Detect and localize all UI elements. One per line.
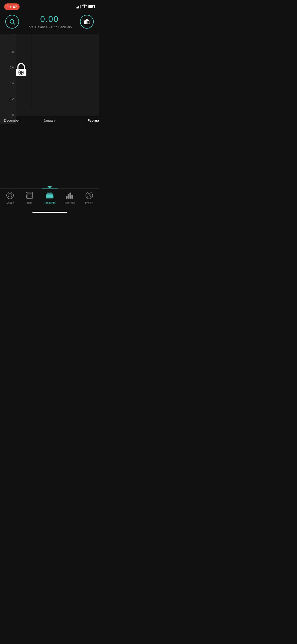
lock-icon-container <box>13 61 29 77</box>
y-label-1: 1 <box>2 34 14 38</box>
nav-item-profile-label: Profile <box>85 201 93 204</box>
chart-left-divider <box>32 34 32 108</box>
battery-icon <box>88 5 95 8</box>
nav-item-coach[interactable]: Coach <box>2 191 18 204</box>
nav-items: Coach Bills <box>0 188 99 204</box>
nav-item-profile[interactable]: Profile <box>81 191 97 204</box>
y-label-02: 0.2 <box>2 97 14 100</box>
chart-container: 1 0.8 0.6 0.4 0.2 0 <box>0 34 99 124</box>
svg-rect-24 <box>46 197 53 198</box>
x-month-january: January <box>43 118 55 122</box>
nav-item-coach-label: Coach <box>6 201 14 204</box>
svg-rect-3 <box>85 21 86 24</box>
balance-center: 0.00 Total Balance - 10th February <box>19 14 80 29</box>
svg-point-32 <box>88 193 90 195</box>
y-label-0: 0 <box>2 113 14 116</box>
chart-inner: 1 0.8 0.6 0.4 0.2 0 <box>0 34 99 124</box>
svg-rect-2 <box>84 21 85 24</box>
nav-item-bills-label: Bills <box>27 201 32 204</box>
x-month-december: December <box>4 118 20 122</box>
svg-point-19 <box>7 192 13 199</box>
svg-rect-23 <box>47 193 52 194</box>
nav-item-progress-label: Progress <box>63 201 75 204</box>
bills-icon <box>25 191 35 200</box>
accounts-icon <box>45 191 54 200</box>
status-bar: 11:47 <box>0 0 99 12</box>
bank-icon <box>83 18 91 25</box>
svg-rect-21 <box>46 195 53 197</box>
nav-arrow <box>48 186 52 188</box>
x-month-february: Februa <box>88 118 99 122</box>
header: 0.00 Total Balance - 10th February <box>0 12 99 29</box>
svg-marker-7 <box>84 19 90 21</box>
nav-item-accounts[interactable]: Accounts <box>42 191 58 204</box>
svg-rect-25 <box>66 196 67 199</box>
nav-item-progress[interactable]: Progress <box>62 191 77 204</box>
x-axis: December January Februa <box>0 116 99 124</box>
svg-rect-8 <box>84 24 90 24</box>
svg-rect-4 <box>86 21 87 24</box>
lock-icon <box>13 61 29 77</box>
svg-rect-28 <box>72 195 73 199</box>
balance-amount: 0.00 <box>22 14 77 24</box>
coach-icon <box>5 191 15 200</box>
profile-icon <box>84 191 94 200</box>
y-label-08: 0.8 <box>2 50 14 53</box>
svg-rect-5 <box>88 21 88 24</box>
progress-icon <box>65 191 74 200</box>
status-icons <box>76 4 95 9</box>
signal-icon <box>76 5 81 8</box>
bottom-nav: Coach Bills <box>0 188 99 215</box>
wifi-icon <box>82 4 87 9</box>
svg-rect-6 <box>89 21 89 24</box>
search-icon <box>9 19 15 25</box>
svg-rect-26 <box>68 194 69 199</box>
home-indicator <box>32 212 67 213</box>
balance-label: Total Balance - 10th February <box>22 25 77 29</box>
nav-item-bills[interactable]: Bills <box>22 191 38 204</box>
bank-button[interactable] <box>80 15 94 29</box>
svg-rect-27 <box>70 193 71 199</box>
status-time: 11:47 <box>4 3 20 10</box>
search-button[interactable] <box>5 15 19 29</box>
y-label-04: 0.4 <box>2 82 14 85</box>
nav-item-accounts-label: Accounts <box>44 201 55 204</box>
svg-line-1 <box>13 23 15 25</box>
nav-line <box>0 188 99 188</box>
y-label-06: 0.6 <box>2 66 14 69</box>
svg-rect-20 <box>27 192 32 199</box>
